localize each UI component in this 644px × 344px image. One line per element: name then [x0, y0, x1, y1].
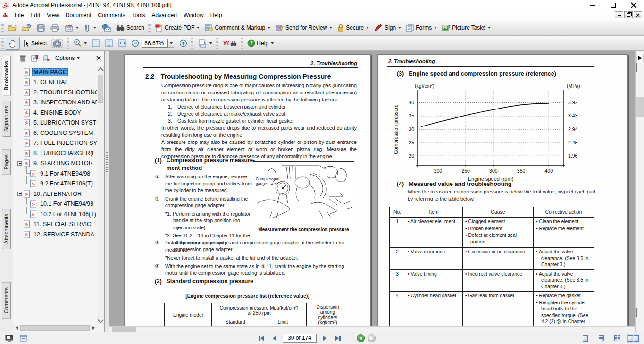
select-tool-button[interactable]: Select: [20, 37, 49, 50]
menu-window[interactable]: Window: [180, 11, 207, 19]
fit-width-button[interactable]: [116, 37, 129, 50]
organizer-button[interactable]: [62, 22, 81, 34]
horizontal-scroll-thumb[interactable]: [112, 327, 136, 332]
search-button[interactable]: Search: [113, 22, 147, 34]
bookmark-item[interactable]: 3. INSPECTION AND ADJUSTMENT: [16, 98, 97, 108]
bookmark-item[interactable]: 12. SERVICE STANDA: [16, 229, 97, 240]
bookmark-item[interactable]: 7. FUEL INJECTION SYSTEM: [16, 138, 97, 149]
bookmarks-vertical-scrollbar[interactable]: [97, 66, 104, 324]
create-pdf-button[interactable]: Create PDF: [152, 22, 202, 34]
open-web-button[interactable]: [20, 22, 34, 34]
secure-button[interactable]: Secure: [335, 22, 371, 34]
menu-edit[interactable]: Edit: [27, 11, 43, 19]
bookmark-item[interactable]: 10.2 For 4TNE106(T): [16, 209, 97, 219]
hand-tool-button[interactable]: [6, 37, 20, 50]
bookmark-item[interactable]: 4. ENGINE BODY: [16, 108, 97, 118]
bookmarks-hscroll-thumb[interactable]: [20, 325, 90, 331]
toolbar-grip[interactable]: [216, 38, 218, 49]
collapse-toggle-icon[interactable]: [16, 161, 23, 166]
doc-restore-button[interactable]: [624, 11, 633, 18]
snapshot-tool-button[interactable]: [49, 37, 65, 50]
bookmark-item[interactable]: 6. COOLING SYSTEM: [16, 128, 97, 138]
tab-signatures[interactable]: Signatures: [2, 101, 11, 137]
toolbar-grip[interactable]: [191, 38, 193, 49]
toolbar-grip[interactable]: [1, 38, 4, 49]
fit-page-button[interactable]: [102, 37, 116, 50]
bookmark-item[interactable]: 5. LUBRICATION SYSTEM: [16, 118, 97, 128]
close-button[interactable]: [624, 0, 643, 10]
restore-button[interactable]: [604, 0, 623, 10]
document-horizontal-scrollbar[interactable]: [109, 326, 635, 332]
bookmark-item[interactable]: 2. TROUBLESHOOTING: [16, 87, 97, 98]
first-page-button[interactable]: [256, 334, 267, 343]
menu-comments[interactable]: Comments: [95, 11, 129, 19]
scroll-up-button[interactable]: [636, 64, 637, 73]
bookmarks-horizontal-scrollbar[interactable]: [13, 325, 97, 331]
scroll-left-icon[interactable]: [13, 325, 20, 331]
tab-pages[interactable]: Pages: [2, 149, 11, 175]
toolbar-grip[interactable]: [1, 23, 4, 33]
send-for-review-button[interactable]: Send for Review: [273, 22, 335, 34]
help-button[interactable]: ? Help: [245, 37, 276, 50]
tab-comments[interactable]: Comments: [2, 282, 11, 319]
doc-close-button[interactable]: [634, 11, 642, 18]
zoom-level-field[interactable]: 66.67%: [142, 39, 168, 48]
menu-advanced[interactable]: Advanced: [149, 11, 180, 19]
forms-button[interactable]: Forms: [403, 22, 439, 34]
panel-splitter[interactable]: [105, 51, 109, 332]
previous-view-button[interactable]: [357, 334, 365, 342]
pane-expand-button[interactable]: [636, 54, 644, 62]
last-page-button[interactable]: [333, 334, 343, 343]
next-page-button[interactable]: [319, 334, 330, 343]
expand-current-bookmark-icon[interactable]: [31, 54, 39, 62]
toolbar-grip[interactable]: [67, 38, 69, 49]
page-display-button[interactable]: [195, 37, 215, 50]
bookmark-item[interactable]: 1. GENERAL: [16, 77, 97, 88]
vertical-scroll-thumb[interactable]: [636, 97, 644, 117]
minimize-button[interactable]: [583, 0, 602, 10]
two-up-button[interactable]: [627, 334, 639, 343]
reading-mode-icon[interactable]: [5, 334, 14, 343]
zoom-out-button[interactable]: [129, 37, 142, 50]
bookmark-item[interactable]: 9.2 For 4TNE106(T): [16, 179, 97, 189]
zoom-in-button[interactable]: [177, 37, 190, 50]
actual-size-button[interactable]: [89, 37, 102, 50]
zoom-level-dropdown[interactable]: [168, 39, 174, 48]
bookmarks-scroll-thumb[interactable]: [98, 75, 103, 103]
document-vertical-scrollbar[interactable]: [635, 51, 644, 332]
scroll-down-icon[interactable]: [97, 318, 104, 324]
toolbar-grip[interactable]: [148, 23, 151, 33]
continuous-page-button[interactable]: [595, 334, 607, 343]
facing-pages-button[interactable]: [611, 334, 623, 343]
picture-tasks-button[interactable]: Picture Tasks: [439, 22, 493, 34]
page-size-icon[interactable]: [19, 334, 28, 343]
bookmark-item[interactable]: 11. SPECIAL SERVICE: [16, 219, 97, 230]
bookmark-item[interactable]: 8. TURBOCHARGER(F: [16, 148, 97, 159]
email-button[interactable]: [99, 22, 113, 34]
menu-help[interactable]: Help: [207, 11, 226, 19]
comment-markup-button[interactable]: Comment & Markup: [202, 22, 273, 34]
panel-close-icon[interactable]: [96, 56, 101, 60]
menu-view[interactable]: View: [43, 11, 62, 19]
options-menu-button[interactable]: Options: [55, 55, 80, 61]
menu-document[interactable]: Document: [62, 11, 95, 19]
scroll-down-button[interactable]: [636, 309, 637, 318]
tab-bookmarks[interactable]: Bookmarks: [2, 56, 11, 96]
tab-attachments[interactable]: Attachments: [2, 209, 11, 249]
previous-page-button[interactable]: [269, 334, 280, 343]
collapse-toggle-icon[interactable]: [16, 192, 23, 196]
page-number-field[interactable]: 30 of 174: [283, 334, 317, 343]
save-button[interactable]: [34, 22, 48, 34]
single-page-button[interactable]: [579, 334, 591, 343]
yahoo-search-button[interactable]: Y!: [220, 37, 239, 50]
zoom-tool-button[interactable]: [71, 37, 89, 50]
splitter-grip[interactable]: [106, 152, 108, 172]
print-button[interactable]: [48, 22, 62, 34]
delete-bookmark-icon[interactable]: [19, 54, 27, 62]
sign-button[interactable]: Sign: [371, 22, 403, 34]
attach-button[interactable]: [81, 22, 99, 34]
scroll-right-icon[interactable]: [90, 325, 97, 331]
document-pane[interactable]: 2. Troubleshooting 2.2 Troubleshooting b…: [109, 51, 635, 326]
menu-tools[interactable]: Tools: [129, 11, 149, 19]
doc-minimize-button[interactable]: [615, 11, 623, 18]
